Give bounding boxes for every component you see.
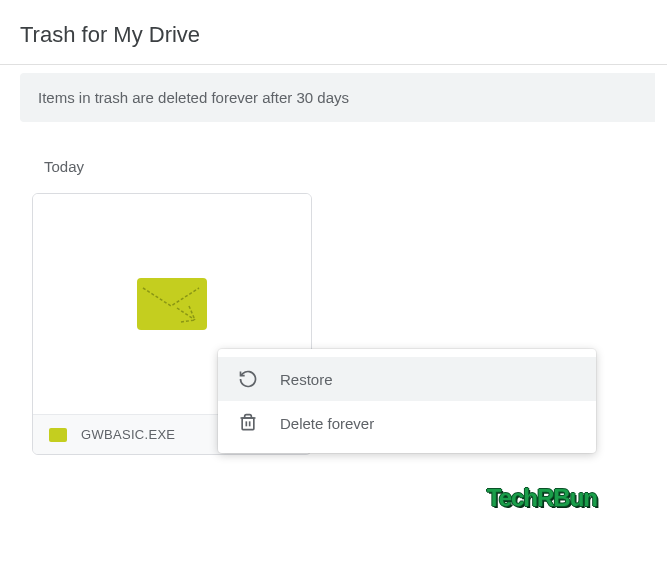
watermark: TechRBun — [487, 484, 597, 512]
menu-item-restore[interactable]: Restore — [218, 357, 596, 401]
menu-item-label: Restore — [280, 371, 333, 388]
svg-rect-0 — [137, 278, 207, 330]
file-type-icon — [137, 278, 207, 330]
svg-rect-1 — [49, 428, 67, 442]
menu-item-label: Delete forever — [280, 415, 374, 432]
divider — [0, 64, 667, 65]
trash-icon — [238, 413, 258, 433]
page-title: Trash for My Drive — [0, 0, 667, 64]
file-name-label: GWBASIC.EXE — [81, 427, 175, 442]
restore-icon — [238, 369, 258, 389]
file-type-icon-small — [49, 428, 67, 442]
section-label-today: Today — [44, 158, 667, 175]
svg-rect-2 — [242, 418, 254, 430]
trash-info-banner: Items in trash are deleted forever after… — [20, 73, 655, 122]
menu-item-delete-forever[interactable]: Delete forever — [218, 401, 596, 445]
context-menu: Restore Delete forever — [218, 349, 596, 453]
